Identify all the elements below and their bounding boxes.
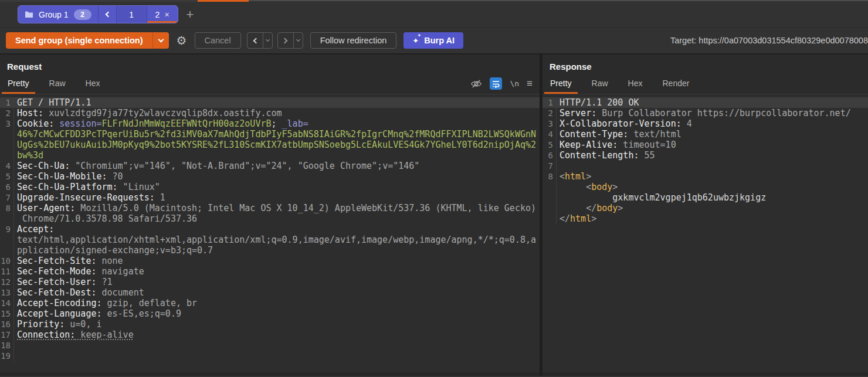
code-line[interactable]: 17Connection: keep-alive	[0, 330, 540, 340]
code-line[interactable]: UgGs%2bEU7ukuAuibJM0pKyq9%2bot5KYSRE%2fL…	[0, 140, 540, 150]
code-line[interactable]: 16Priority: u=0, i	[0, 319, 540, 330]
editor-menu-button[interactable]: ≡	[527, 78, 533, 90]
line-number	[542, 192, 557, 203]
response-editor[interactable]: 1HTTP/1.1 200 OK2Server: Burp Collaborat…	[542, 94, 868, 376]
code-line[interactable]: 9Accept:	[0, 224, 540, 235]
request-panel: Request PrettyRawHex	[0, 55, 540, 376]
code-line[interactable]: 14Accept-Encoding: gzip, deflate, br	[0, 298, 540, 308]
code-line[interactable]: 18	[0, 340, 540, 351]
code-line[interactable]: 5Sec-Ch-Ua-Mobile: ?0	[0, 171, 540, 182]
tab-hex[interactable]: Hex	[84, 79, 102, 94]
code-line[interactable]: 6Content-Length: 55	[542, 150, 868, 161]
request-editor[interactable]: 1GET / HTTP/1.12Host: xuvlzdtgd97ja77ty2…	[0, 94, 540, 376]
back-button[interactable]	[247, 33, 263, 48]
line-content	[557, 161, 560, 171]
response-panel: Response PrettyRawHexRender 1HTTP/1.1 20…	[542, 55, 868, 376]
code-line[interactable]: 3X-Collaborator-Version: 4	[542, 118, 868, 129]
code-line[interactable]: bw%3d	[0, 150, 540, 161]
tab-group-header[interactable]: Group 1 2	[18, 6, 99, 23]
tab-pretty[interactable]: Pretty	[548, 79, 574, 94]
line-content: Keep-Alive: timeout=10	[557, 140, 676, 150]
word-wrap-toggle[interactable]	[490, 77, 502, 90]
line-number	[0, 235, 14, 245]
send-group-button[interactable]: Send group (single connection)	[6, 32, 169, 49]
line-content: text/html,application/xhtml+xml,applicat…	[14, 235, 536, 245]
sparkles-icon: ✦✦	[412, 36, 419, 45]
code-line[interactable]: 3Cookie: session=FLFrNdJnMmWqzEEFWNtQrH0…	[0, 118, 540, 129]
code-line[interactable]: text/html,application/xhtml+xml,applicat…	[0, 235, 540, 245]
eye-slash-icon	[470, 79, 482, 89]
code-line[interactable]: 8User-Agent: Mozilla/5.0 (Macintosh; Int…	[0, 203, 540, 213]
code-line[interactable]: 15Accept-Language: es-ES,es;q=0.9	[0, 308, 540, 319]
code-line[interactable]: 2Server: Burp Collaborator https://burpc…	[542, 108, 868, 118]
code-line[interactable]: 5Keep-Alive: timeout=10	[542, 140, 868, 150]
line-content: Host: xuvlzdtgd97ja77ty2wlavczvqlip8dx.o…	[14, 108, 282, 118]
send-options-dropdown[interactable]	[152, 32, 169, 49]
close-tab-icon[interactable]: ×	[164, 11, 169, 19]
code-line[interactable]: 4Content-Type: text/html	[542, 129, 868, 140]
back-dropdown[interactable]	[263, 33, 272, 48]
line-number: 5	[542, 140, 557, 150]
gear-icon: ⚙	[177, 33, 187, 47]
line-content: </html>	[557, 213, 596, 224]
add-tab-button[interactable]: +	[187, 8, 194, 21]
settings-gear-button[interactable]: ⚙	[174, 32, 190, 49]
tab-group-collapse-button[interactable]	[99, 6, 117, 23]
tab-pretty[interactable]: Pretty	[6, 79, 31, 94]
chevron-down-icon	[296, 38, 300, 42]
send-group-label: Send group (single connection)	[6, 32, 152, 49]
cancel-button[interactable]: Cancel	[195, 32, 241, 49]
hide-nonprintable-button[interactable]	[470, 79, 482, 89]
follow-redirection-button[interactable]: Follow redirection	[310, 32, 397, 49]
code-line[interactable]: </body>	[542, 203, 868, 213]
tab-raw[interactable]: Raw	[48, 79, 67, 94]
main-tab-underline-fragment	[198, 0, 249, 2]
code-line[interactable]: 7	[542, 161, 868, 171]
code-line[interactable]: Chrome/71.0.3578.98 Safari/537.36	[0, 213, 540, 224]
group-tab-2[interactable]: 2×	[147, 6, 178, 23]
code-line[interactable]: 10Sec-Fetch-Site: none	[0, 256, 540, 266]
code-line[interactable]: 12Sec-Fetch-User: ?1	[0, 277, 540, 287]
line-number	[542, 213, 557, 224]
tab-render[interactable]: Render	[661, 79, 691, 94]
target-url-label: Target: https://0a07003d031554cf80329e0d…	[664, 36, 868, 45]
line-number: 8	[0, 203, 14, 213]
code-line[interactable]: 7Upgrade-Insecure-Requests: 1	[0, 192, 540, 203]
line-number: 11	[0, 266, 14, 277]
code-line[interactable]: 2Host: xuvlzdtgd97ja77ty2wlavczvqlip8dx.…	[0, 108, 540, 118]
code-line[interactable]: 1GET / HTTP/1.1	[0, 97, 540, 108]
code-line[interactable]: 1HTTP/1.1 200 OK	[542, 97, 868, 108]
line-number: 1	[542, 97, 557, 108]
line-number: 8	[542, 171, 557, 182]
code-line[interactable]: 19	[0, 351, 540, 361]
line-content: Chrome/71.0.3578.98 Safari/537.36	[14, 213, 197, 224]
line-number: 7	[542, 161, 557, 171]
line-content: UgGs%2bEU7ukuAuibJM0pKyq9%2bot5KYSRE%2fL…	[14, 140, 536, 150]
code-line[interactable]: 13Sec-Fetch-Dest: document	[0, 287, 540, 298]
tab-group-count-badge: 2	[74, 9, 91, 20]
line-content: Sec-Fetch-User: ?1	[14, 277, 113, 287]
burp-ai-button[interactable]: ✦✦ Burp AI	[404, 32, 463, 49]
code-line[interactable]: 6Sec-Ch-Ua-Platform: "Linux"	[0, 182, 540, 192]
code-line[interactable]: pplication/signed-exchange;v=b3;q=0.7	[0, 245, 540, 256]
newline-toggle[interactable]: \n	[510, 79, 519, 88]
code-line[interactable]: <body>	[542, 182, 868, 192]
tab-raw[interactable]: Raw	[590, 79, 610, 94]
code-line[interactable]: 11Sec-Fetch-Mode: navigate	[0, 266, 540, 277]
line-number: 14	[0, 298, 14, 308]
line-number: 10	[0, 256, 14, 266]
line-content: Connection: keep-alive	[14, 330, 134, 340]
group-tab-1[interactable]: 1	[117, 6, 147, 23]
line-content: Server: Burp Collaborator https://burpco…	[557, 108, 851, 118]
forward-button[interactable]	[278, 33, 293, 48]
tab-hex[interactable]: Hex	[626, 79, 645, 94]
code-line[interactable]: 4Sec-Ch-Ua: "Chromium";v="146", "Not-A.B…	[0, 161, 540, 171]
code-line[interactable]: </html>	[542, 213, 868, 224]
request-view-tabs: PrettyRawHex	[0, 74, 540, 94]
code-line[interactable]: 46%7cMCwCFDD3PcTPqerUiBu5r%2fd3iMV0aX7mA…	[0, 129, 540, 140]
line-content: Sec-Ch-Ua-Mobile: ?0	[14, 171, 123, 182]
forward-dropdown[interactable]	[293, 33, 303, 48]
response-view-tabs: PrettyRawHexRender	[542, 74, 868, 94]
code-line[interactable]: 8<html>	[542, 171, 868, 182]
code-line[interactable]: gxkmvclm2vgpej1qb62uwbzjkgigz	[542, 192, 868, 203]
